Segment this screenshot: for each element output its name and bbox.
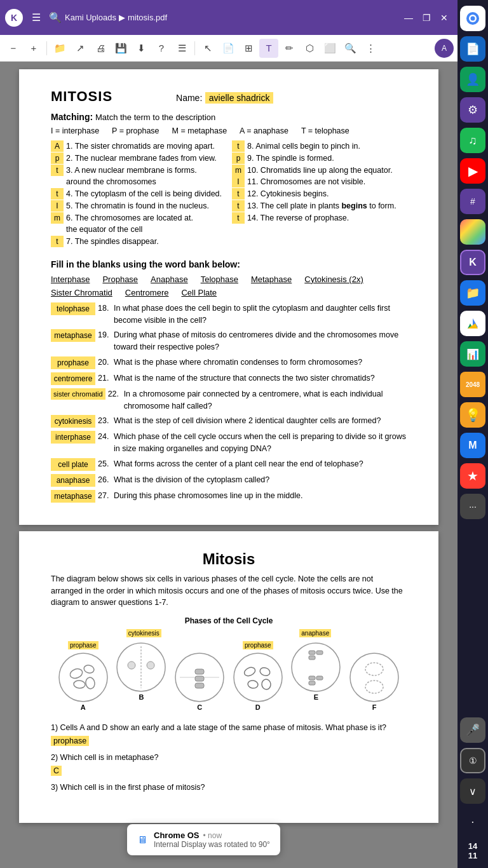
word-centromere: Centromere: [125, 288, 169, 297]
2048-icon[interactable]: 2048: [460, 372, 485, 397]
breadcrumb-parent: Kami Uploads: [65, 13, 116, 22]
more-tool[interactable]: ⋮: [361, 39, 380, 58]
calculator-icon[interactable]: #: [460, 189, 485, 214]
name-label: Name:: [176, 93, 202, 103]
svg-point-8: [147, 661, 154, 669]
svg-point-31: [471, 17, 475, 21]
pen-tool[interactable]: ✏: [280, 39, 299, 58]
matching-grid: A1. The sister chromatids are moving apa…: [51, 140, 407, 248]
file-folder-button[interactable]: 📁: [50, 39, 69, 58]
cell-f-label: F: [372, 703, 377, 711]
sheets-icon[interactable]: 📊: [460, 341, 485, 367]
search-btn[interactable]: 🔍: [47, 10, 64, 26]
fill-item-26: anaphase 26. What is the division of the…: [51, 474, 407, 487]
fill-item-24: interphase 24. Which phase of the cell c…: [51, 431, 407, 455]
match-item-10: m10. Chromatids line up along the equato…: [232, 165, 407, 177]
page-tool[interactable]: 📄: [219, 39, 238, 58]
word-sister-chromatid: Sister Chromatid: [51, 288, 112, 297]
pdf-page-1: MITOSIS Name: avielle shadrick Matching:…: [19, 69, 438, 525]
erase-tool[interactable]: ⬜: [320, 39, 339, 58]
cell-d: prophase D: [232, 641, 284, 711]
match-item-9: p9. The spindle is formed.: [232, 153, 407, 165]
svg-rect-13: [195, 683, 204, 688]
legend-i: I = interphase: [51, 126, 99, 135]
chevron-down-icon[interactable]: ∨: [460, 778, 485, 804]
layers-tool[interactable]: ⊞: [239, 39, 258, 58]
legend-row: I = interphase P = prophase M = metaphas…: [51, 126, 407, 135]
zoom-minus-button[interactable]: −: [4, 39, 23, 58]
toast-message: Internal Display was rotated to 90°: [154, 840, 270, 849]
toast-notification[interactable]: 🖥 Chrome OS • now Internal Display was r…: [127, 824, 280, 855]
top-bar: K ☰ 🔍 Kami Uploads ▶ mitosis.pdf — ❐ ✕: [0, 0, 458, 35]
cell-c-diagram: [173, 651, 226, 703]
print-button[interactable]: 🖨: [91, 39, 110, 58]
legend-p: P = prophase: [112, 126, 159, 135]
legend-a: A = anaphase: [240, 126, 288, 135]
svg-point-0: [59, 653, 107, 702]
cell-a-diagram: [57, 651, 109, 703]
cytokinesis-label: cytokinesis: [126, 629, 161, 637]
circle-1-icon[interactable]: ①: [460, 748, 485, 773]
more-icon[interactable]: ···: [460, 494, 485, 519]
mic-icon[interactable]: 🎤: [460, 717, 485, 743]
menu-button[interactable]: ☰: [172, 39, 191, 58]
matching-title: Matching:: [51, 112, 95, 122]
page2-subtitle: The diagram below shows six cells in var…: [51, 573, 407, 609]
bulb-icon[interactable]: 💡: [460, 402, 485, 428]
breadcrumb-current: mitosis.pdf: [128, 13, 167, 22]
match-item-1: A1. The sister chromatids are moving apa…: [51, 140, 226, 153]
settings-icon[interactable]: ⚙: [460, 97, 485, 123]
svg-point-7: [128, 661, 135, 669]
match-item-3: t3. A new nuclear membrane is forms.arou…: [51, 165, 226, 189]
word-cytokinesis: Cytokinesis (2x): [304, 275, 363, 284]
cursor-tool[interactable]: ↖: [198, 39, 217, 58]
text-tool[interactable]: T: [259, 39, 278, 58]
toast-app: Chrome OS: [154, 831, 200, 840]
dot-icon: •: [460, 809, 485, 834]
drive-icon[interactable]: [460, 311, 485, 336]
stamp-tool[interactable]: ⬡: [300, 39, 319, 58]
breadcrumb-separator: ▶: [119, 13, 125, 22]
legend-t: T = telophase: [301, 126, 349, 135]
minimize-button[interactable]: —: [400, 10, 417, 26]
star-icon[interactable]: ★: [460, 463, 485, 489]
page2-title: Mitosis: [51, 550, 407, 568]
pdf-content: MITOSIS Name: avielle shadrick Matching:…: [0, 62, 458, 868]
save-button[interactable]: 💾: [111, 39, 130, 58]
svg-rect-25: [309, 681, 315, 685]
sidebar-toggle[interactable]: ☰: [28, 10, 44, 26]
download-button[interactable]: ⬇: [132, 39, 151, 58]
youtube-icon[interactable]: ▶: [460, 158, 485, 184]
chrome-icon[interactable]: [460, 6, 485, 31]
help-button[interactable]: ?: [152, 39, 171, 58]
files-icon[interactable]: 📁: [460, 280, 485, 306]
word-metaphase: Metaphase: [251, 275, 292, 284]
fill-title: Fill in the blanks using the word bank b…: [51, 259, 407, 269]
close-button[interactable]: ✕: [436, 10, 452, 26]
cell-c: x C: [173, 641, 226, 711]
question-1: 1) Cells A and D show an early and a lat…: [51, 721, 407, 746]
svg-point-19: [292, 643, 340, 691]
fill-item-21: centromere 21. What is the name of the s…: [51, 372, 407, 385]
toast-content: Chrome OS • now Internal Display was rot…: [154, 831, 270, 849]
q2-answer: C: [51, 766, 62, 776]
svg-point-26: [350, 653, 398, 702]
breadcrumb: Kami Uploads ▶ mitosis.pdf: [65, 13, 167, 22]
maximize-button[interactable]: ❐: [418, 10, 435, 26]
spotify-icon[interactable]: ♫: [460, 128, 485, 153]
classroom-icon[interactable]: 👤: [460, 67, 485, 92]
rainbow-icon[interactable]: [460, 219, 485, 245]
cell-b-diagram: [115, 641, 167, 693]
q1-answer: prophase: [51, 736, 89, 746]
share-button[interactable]: ↗: [71, 39, 90, 58]
clock-display: 14 11: [468, 839, 477, 863]
cell-d-label: D: [255, 703, 261, 711]
cell-b-label: B: [139, 693, 144, 701]
zoom-plus-button[interactable]: +: [24, 39, 43, 58]
search-tool[interactable]: 🔍: [341, 39, 360, 58]
docs-icon[interactable]: 📄: [460, 36, 485, 62]
cell-e-diagram: [290, 641, 342, 693]
myfi-icon[interactable]: M: [460, 433, 485, 458]
fill-item-22: sister chromatid 22. In a chromosome pai…: [51, 388, 407, 412]
kami-icon[interactable]: K: [460, 250, 485, 275]
